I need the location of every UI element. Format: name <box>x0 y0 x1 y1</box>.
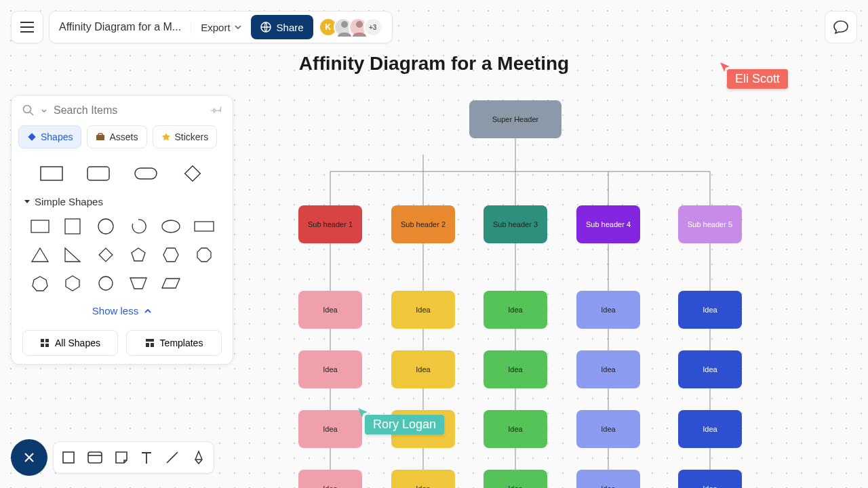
star-icon <box>161 132 171 142</box>
node-idea[interactable]: Idea <box>678 470 742 488</box>
show-less-button[interactable]: Show less <box>12 301 233 330</box>
search-input[interactable] <box>54 104 204 117</box>
chevron-down-icon[interactable] <box>41 109 47 113</box>
globe-icon <box>260 22 271 33</box>
node-super-header[interactable]: Super Header <box>469 100 561 138</box>
shape-ellipse[interactable] <box>156 216 186 237</box>
tool-sticky-note[interactable] <box>115 451 128 464</box>
shape-triangle[interactable] <box>25 244 55 266</box>
chevron-up-icon <box>144 308 152 314</box>
node-sub-header[interactable]: Sub header 3 <box>484 205 547 243</box>
shape-pill[interactable] <box>125 162 167 185</box>
node-idea[interactable]: Idea <box>576 470 640 488</box>
node-idea[interactable]: Idea <box>298 291 362 329</box>
document-title[interactable]: Affinity Diagram for a M... <box>59 21 181 33</box>
svg-rect-11 <box>31 220 49 232</box>
tool-card[interactable] <box>87 451 102 464</box>
node-idea[interactable]: Idea <box>484 291 547 329</box>
shape-hexagon[interactable] <box>156 244 186 266</box>
templates-button[interactable]: Templates <box>126 330 222 356</box>
node-idea[interactable]: Idea <box>298 470 362 488</box>
svg-point-13 <box>98 219 113 234</box>
close-panel-button[interactable] <box>11 439 47 476</box>
node-idea[interactable]: Idea <box>484 470 547 488</box>
category-header[interactable]: Simple Shapes <box>12 188 233 211</box>
node-idea[interactable]: Idea <box>391 350 455 388</box>
svg-rect-25 <box>63 452 74 463</box>
collaborator-cursor-eli: Eli Scott <box>727 69 788 89</box>
shape-circle[interactable] <box>91 216 121 237</box>
cursor-icon <box>357 407 369 419</box>
shape-parallelogram[interactable] <box>156 272 186 294</box>
templates-label: Templates <box>160 338 203 348</box>
shape-octagon2[interactable] <box>91 272 121 294</box>
shape-pentagon[interactable] <box>123 244 153 266</box>
tool-text[interactable] <box>140 451 153 464</box>
node-idea[interactable]: Idea <box>391 470 455 488</box>
svg-rect-26 <box>88 452 102 463</box>
collaborator-cursor-rory: Rory Logan <box>365 415 444 434</box>
category-label: Simple Shapes <box>35 196 103 207</box>
node-idea[interactable]: Idea <box>484 410 547 448</box>
node-idea[interactable]: Idea <box>678 350 742 388</box>
avatar-more[interactable]: +3 <box>363 18 382 37</box>
pin-icon[interactable] <box>211 104 222 117</box>
tab-assets[interactable]: Assets <box>87 125 146 148</box>
chat-button[interactable] <box>825 11 857 43</box>
node-sub-header[interactable]: Sub header 2 <box>391 205 455 243</box>
export-button[interactable]: Export <box>191 22 241 33</box>
shape-rounded-rectangle[interactable] <box>78 162 120 185</box>
template-icon <box>145 338 155 348</box>
chevron-down-icon <box>235 25 241 29</box>
node-idea[interactable]: Idea <box>298 350 362 388</box>
shape-trapezoid-down[interactable] <box>123 272 153 294</box>
cursor-label: Rory Logan <box>365 415 444 434</box>
shapes-panel: Shapes Assets Stickers Simple Shapes <box>11 95 233 365</box>
shape-heptagon[interactable] <box>25 272 55 294</box>
shape-right-triangle[interactable] <box>58 244 87 266</box>
shape-square[interactable] <box>58 216 87 237</box>
svg-rect-6 <box>98 134 102 136</box>
node-idea[interactable]: Idea <box>484 350 547 388</box>
node-sub-header[interactable]: Sub header 5 <box>678 205 742 243</box>
node-idea[interactable]: Idea <box>576 410 640 448</box>
shape-wide-rectangle[interactable] <box>189 216 219 237</box>
svg-line-28 <box>167 452 178 463</box>
shape-rectangle[interactable] <box>25 216 55 237</box>
all-shapes-button[interactable]: All Shapes <box>22 330 118 356</box>
node-sub-header[interactable]: Sub header 4 <box>576 205 640 243</box>
tool-pen[interactable] <box>192 450 205 465</box>
node-idea[interactable]: Idea <box>576 350 640 388</box>
shape-hexagon-flat[interactable] <box>58 272 87 294</box>
node-idea[interactable]: Idea <box>576 291 640 329</box>
cursor-icon <box>719 61 731 73</box>
tab-stickers[interactable]: Stickers <box>153 125 218 148</box>
svg-rect-16 <box>99 248 113 262</box>
shape-diamond[interactable] <box>172 162 214 185</box>
show-less-label: Show less <box>92 305 138 317</box>
node-idea[interactable]: Idea <box>678 291 742 329</box>
shape-rectangle[interactable] <box>31 162 73 185</box>
svg-rect-10 <box>185 166 201 182</box>
svg-rect-8 <box>87 167 109 180</box>
shape-diamond[interactable] <box>91 244 121 266</box>
tab-label: Assets <box>109 131 138 142</box>
cursor-label: Eli Scott <box>727 69 788 89</box>
svg-rect-18 <box>41 339 44 342</box>
hamburger-menu-button[interactable] <box>11 11 43 43</box>
node-idea[interactable]: Idea <box>391 291 455 329</box>
tab-shapes[interactable]: Shapes <box>18 125 81 148</box>
tool-rectangle[interactable] <box>62 451 75 464</box>
node-idea[interactable]: Idea <box>678 410 742 448</box>
svg-point-1 <box>341 21 348 28</box>
share-button[interactable]: Share <box>251 15 313 39</box>
tool-line[interactable] <box>165 450 180 465</box>
collaborator-avatars[interactable]: K +3 <box>323 18 382 37</box>
shape-arc[interactable] <box>123 216 153 237</box>
svg-point-14 <box>162 220 180 232</box>
shape-octagon[interactable] <box>189 244 219 266</box>
node-sub-header[interactable]: Sub header 1 <box>298 205 362 243</box>
collapse-icon <box>24 199 31 205</box>
svg-rect-22 <box>146 339 154 342</box>
node-idea[interactable]: Idea <box>298 410 362 448</box>
